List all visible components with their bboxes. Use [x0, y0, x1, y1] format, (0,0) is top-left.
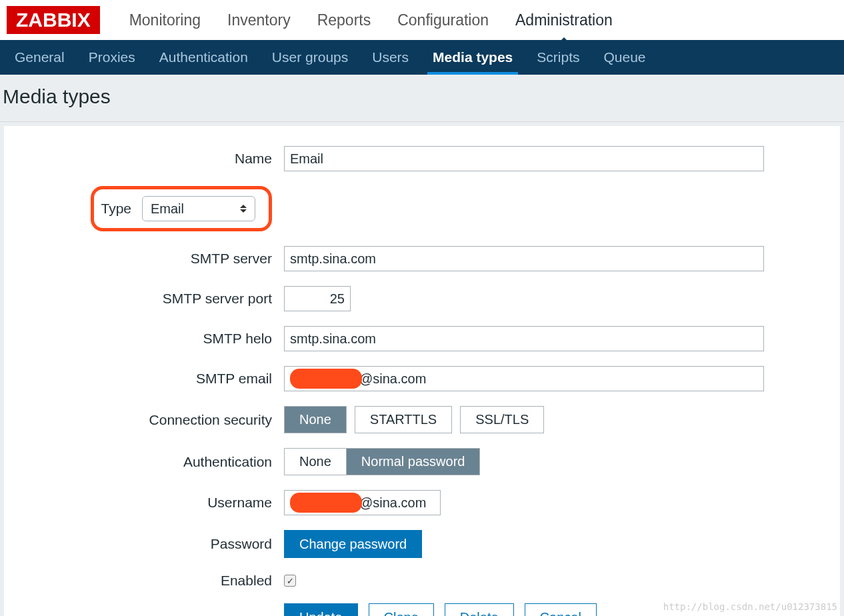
chevron-updown-icon	[240, 205, 247, 213]
label-smtp-email: SMTP email	[31, 371, 284, 387]
label-enabled: Enabled	[31, 573, 284, 589]
auth-normal-password[interactable]: Normal password	[347, 449, 480, 475]
smtp-email-suffix: @sina.com	[359, 371, 426, 387]
nav-monitoring[interactable]: Monitoring	[116, 1, 214, 40]
watermark: http://blog.csdn.net/u012373815	[663, 601, 837, 612]
type-highlight: Type Email	[91, 186, 272, 231]
conn-security-ssltls[interactable]: SSL/TLS	[460, 406, 544, 433]
subnav-general[interactable]: General	[3, 40, 77, 75]
top-navigation: Monitoring Inventory Reports Configurati…	[116, 1, 626, 40]
redacted-email-prefix	[290, 369, 362, 389]
nav-administration[interactable]: Administration	[502, 1, 626, 40]
cancel-button[interactable]: Cancel	[525, 603, 597, 616]
update-button[interactable]: Update	[284, 603, 358, 616]
checkbox-enabled[interactable]: ✓	[284, 575, 296, 587]
conn-security-none[interactable]: None	[284, 406, 347, 433]
change-password-button[interactable]: Change password	[284, 530, 422, 558]
subnav-user-groups[interactable]: User groups	[260, 40, 360, 75]
content-outer: Name Type Email	[0, 121, 844, 616]
input-name[interactable]	[284, 146, 764, 171]
input-smtp-server[interactable]	[284, 246, 764, 271]
authentication-group: None Normal password	[284, 448, 480, 475]
delete-button[interactable]: Delete	[445, 603, 514, 616]
subnav-users[interactable]: Users	[360, 40, 421, 75]
subnav-scripts[interactable]: Scripts	[525, 40, 591, 75]
input-username[interactable]: @sina.com	[284, 490, 441, 515]
logo[interactable]: ZABBIX	[7, 6, 100, 34]
page-header: Media types	[0, 75, 844, 121]
label-connection-security: Connection security	[31, 412, 284, 428]
input-smtp-email[interactable]: @sina.com	[284, 366, 764, 391]
select-type[interactable]: Email	[142, 196, 255, 221]
label-password: Password	[31, 536, 284, 552]
subnav-proxies[interactable]: Proxies	[77, 40, 147, 75]
auth-none[interactable]: None	[285, 449, 347, 475]
content-panel: Name Type Email	[4, 126, 840, 616]
label-smtp-port: SMTP server port	[31, 291, 284, 307]
subnav-queue[interactable]: Queue	[592, 40, 658, 75]
topbar: ZABBIX Monitoring Inventory Reports Conf…	[0, 0, 844, 40]
label-smtp-server: SMTP server	[31, 251, 284, 267]
label-smtp-helo: SMTP helo	[31, 331, 284, 347]
input-smtp-port[interactable]	[284, 286, 351, 311]
sub-navigation: General Proxies Authentication User grou…	[0, 40, 844, 75]
label-authentication: Authentication	[31, 454, 284, 470]
redacted-username-prefix	[290, 493, 362, 513]
subnav-authentication[interactable]: Authentication	[147, 40, 260, 75]
subnav-media-types[interactable]: Media types	[421, 40, 525, 75]
username-suffix: @sina.com	[359, 495, 426, 511]
connection-security-group: None STARTTLS SSL/TLS	[284, 406, 544, 433]
nav-reports[interactable]: Reports	[304, 1, 385, 40]
nav-inventory[interactable]: Inventory	[214, 1, 304, 40]
label-username: Username	[31, 495, 284, 511]
select-type-value: Email	[151, 201, 184, 217]
input-smtp-helo[interactable]	[284, 326, 764, 351]
form: Name Type Email	[31, 146, 813, 616]
clone-button[interactable]: Clone	[369, 603, 434, 616]
label-name: Name	[31, 151, 284, 167]
conn-security-starttls[interactable]: STARTTLS	[355, 406, 452, 433]
label-type: Type	[101, 201, 131, 217]
page-title: Media types	[3, 85, 837, 108]
nav-configuration[interactable]: Configuration	[384, 1, 502, 40]
